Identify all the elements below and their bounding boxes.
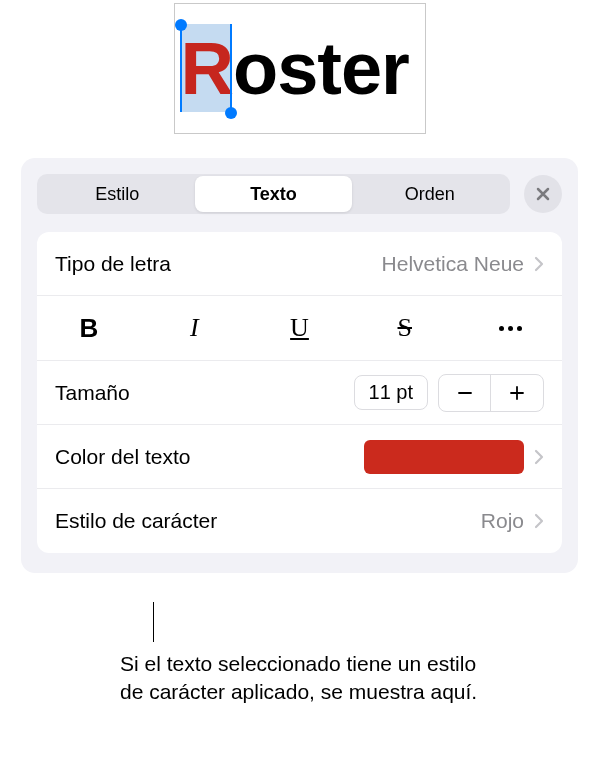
font-row[interactable]: Tipo de letra Helvetica Neue: [37, 232, 562, 296]
character-style-value: Rojo: [481, 509, 524, 533]
text-preview-box: Roster: [174, 3, 426, 134]
size-label: Tamaño: [55, 381, 354, 405]
strikethrough-button[interactable]: S: [377, 296, 433, 360]
font-label: Tipo de letra: [55, 252, 382, 276]
size-row: Tamaño 11 pt: [37, 361, 562, 425]
character-style-row[interactable]: Estilo de carácter Rojo: [37, 489, 562, 553]
format-card: Tipo de letra Helvetica Neue B I U S Tam…: [37, 232, 562, 553]
selection-caret-left: [180, 24, 182, 112]
size-value[interactable]: 11 pt: [354, 375, 428, 410]
tab-segmented-control: Estilo Texto Orden: [37, 174, 510, 214]
selection-handle-end[interactable]: [225, 107, 237, 119]
tab-text[interactable]: Texto: [195, 176, 351, 212]
size-stepper: [438, 374, 544, 412]
text-color-swatch: [364, 440, 524, 474]
bold-button[interactable]: B: [61, 296, 117, 360]
format-panel: Estilo Texto Orden Tipo de letra Helveti…: [21, 158, 578, 573]
tab-style[interactable]: Estilo: [39, 176, 195, 212]
preview-rest: oster: [233, 27, 409, 110]
selection-handle-start[interactable]: [175, 19, 187, 31]
size-increase-button[interactable]: [491, 375, 543, 411]
plus-icon: [508, 384, 526, 402]
text-style-row: B I U S: [37, 296, 562, 361]
close-button[interactable]: [524, 175, 562, 213]
text-color-row[interactable]: Color del texto: [37, 425, 562, 489]
minus-icon: [456, 384, 474, 402]
preview-area: Roster: [0, 0, 599, 134]
character-style-label: Estilo de carácter: [55, 509, 481, 533]
font-value: Helvetica Neue: [382, 252, 524, 276]
italic-button[interactable]: I: [166, 296, 222, 360]
ellipsis-icon: [499, 326, 522, 331]
callout-text: Si el texto seleccionado tiene un estilo…: [120, 650, 480, 707]
text-color-label: Color del texto: [55, 445, 364, 469]
more-options-button[interactable]: [482, 296, 538, 360]
chevron-right-icon: [534, 256, 544, 272]
close-icon: [535, 186, 551, 202]
chevron-right-icon: [534, 513, 544, 529]
callout-leader-line: [153, 602, 154, 642]
preview-first-letter: R: [181, 26, 233, 111]
panel-header: Estilo Texto Orden: [37, 174, 562, 214]
preview-text[interactable]: Roster: [181, 26, 409, 111]
chevron-right-icon: [534, 449, 544, 465]
tab-order[interactable]: Orden: [352, 176, 508, 212]
size-decrease-button[interactable]: [439, 375, 491, 411]
underline-button[interactable]: U: [272, 296, 328, 360]
selection-caret-right: [230, 24, 232, 112]
